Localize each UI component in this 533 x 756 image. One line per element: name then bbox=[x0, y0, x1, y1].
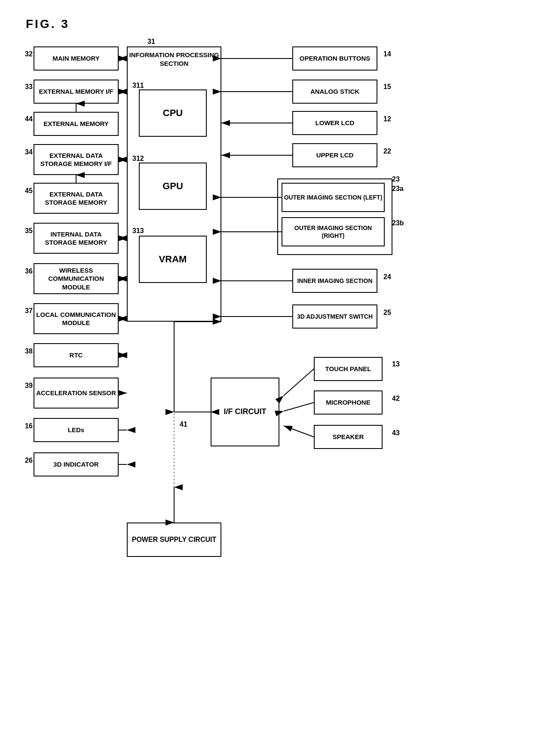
ref-24: 24 bbox=[383, 273, 391, 281]
box-3d-indicator: 3D INDICATOR bbox=[34, 452, 119, 476]
box-outer-imaging-left: OUTER IMAGING SECTION (LEFT) bbox=[282, 183, 385, 212]
box-speaker: SPEAKER bbox=[314, 425, 383, 449]
ref-32: 32 bbox=[25, 50, 33, 58]
box-main-memory: MAIN MEMORY bbox=[34, 46, 119, 71]
ref-13: 13 bbox=[392, 360, 400, 368]
ref-35: 35 bbox=[25, 227, 33, 235]
ref-34: 34 bbox=[25, 148, 33, 156]
ref-36: 36 bbox=[25, 267, 33, 275]
ref-23b: 23b bbox=[392, 219, 404, 227]
ref-43: 43 bbox=[392, 429, 400, 437]
ref-311: 311 bbox=[132, 82, 144, 89]
ref-38: 38 bbox=[25, 347, 33, 355]
ref-26: 26 bbox=[25, 457, 33, 464]
ref-15: 15 bbox=[383, 83, 391, 91]
fig-title: FIG. 3 bbox=[26, 17, 70, 31]
box-if-circuit: I/F CIRCUIT bbox=[211, 378, 279, 446]
ref-312: 312 bbox=[132, 155, 144, 163]
ref-44: 44 bbox=[25, 115, 33, 123]
box-local-comm: LOCAL COMMUNICATION MODULE bbox=[34, 303, 119, 334]
box-upper-lcd: UPPER LCD bbox=[292, 143, 377, 167]
ref-23: 23 bbox=[392, 175, 400, 183]
box-ext-data-storage-if: EXTERNAL DATA STORAGE MEMORY I/F bbox=[34, 144, 119, 175]
box-ext-data-storage: EXTERNAL DATA STORAGE MEMORY bbox=[34, 183, 119, 214]
ref-22: 22 bbox=[383, 148, 391, 155]
ref-31: 31 bbox=[147, 38, 155, 46]
ref-45: 45 bbox=[25, 187, 33, 195]
svg-line-27 bbox=[284, 369, 314, 396]
ref-23a: 23a bbox=[392, 185, 404, 193]
box-inner-imaging: INNER IMAGING SECTION bbox=[292, 269, 377, 293]
box-lower-lcd: LOWER LCD bbox=[292, 111, 377, 135]
box-cpu: CPU bbox=[139, 89, 207, 137]
ref-14: 14 bbox=[383, 50, 391, 58]
ref-313: 313 bbox=[132, 227, 144, 235]
box-vram: VRAM bbox=[139, 236, 207, 283]
box-wireless-comm: WIRELESS COMMUNICATION MODULE bbox=[34, 263, 119, 294]
box-rtc: RTC bbox=[34, 343, 119, 367]
ref-12: 12 bbox=[383, 115, 391, 123]
box-external-memory: EXTERNAL MEMORY bbox=[34, 112, 119, 136]
box-leds: LEDs bbox=[34, 418, 119, 442]
box-acceleration: ACCELERATION SENSOR bbox=[34, 378, 119, 409]
box-analog-stick: ANALOG STICK bbox=[292, 80, 377, 104]
ref-42: 42 bbox=[392, 395, 400, 403]
ref-39: 39 bbox=[25, 382, 33, 390]
box-external-memory-if: EXTERNAL MEMORY I/F bbox=[34, 80, 119, 104]
box-power-supply: POWER SUPPLY CIRCUIT bbox=[127, 522, 221, 557]
info-processing-label: INFORMATION PROCESSING SECTION bbox=[128, 51, 221, 68]
svg-line-29 bbox=[284, 426, 314, 437]
box-touch-panel: TOUCH PANEL bbox=[314, 357, 383, 381]
ref-41: 41 bbox=[180, 421, 187, 428]
box-internal-data-storage: INTERNAL DATA STORAGE MEMORY bbox=[34, 223, 119, 254]
ref-16: 16 bbox=[25, 422, 33, 430]
box-microphone: MICROPHONE bbox=[314, 390, 383, 415]
ref-37: 37 bbox=[25, 307, 33, 315]
box-3d-adj-switch: 3D ADJUSTMENT SWITCH bbox=[292, 304, 377, 329]
box-gpu: GPU bbox=[139, 163, 207, 210]
ref-25: 25 bbox=[383, 309, 391, 317]
ref-33: 33 bbox=[25, 83, 33, 91]
box-outer-imaging-right: OUTER IMAGING SECTION (RIGHT) bbox=[282, 217, 385, 246]
diagram-container: FIG. 3 32 MAIN MEMORY 33 EXTERNAL MEMORY… bbox=[0, 0, 533, 756]
box-operation-buttons: OPERATION BUTTONS bbox=[292, 46, 377, 71]
svg-line-28 bbox=[284, 403, 314, 411]
